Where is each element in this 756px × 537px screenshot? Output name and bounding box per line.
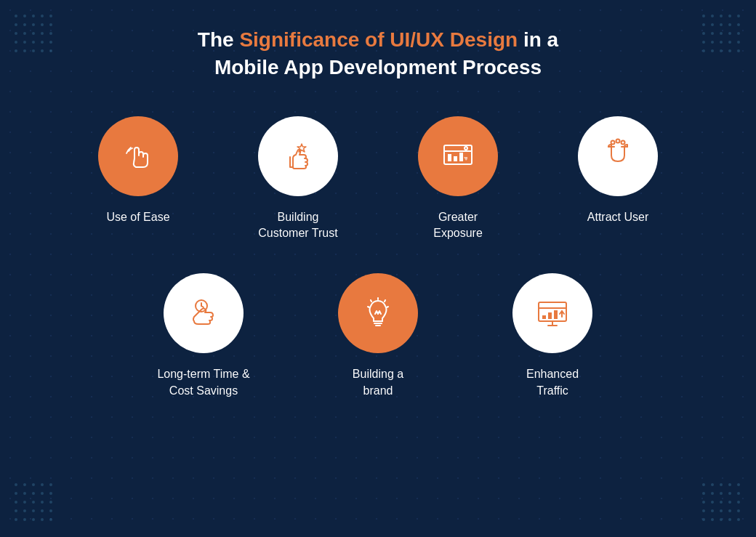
label-use-of-ease: Use of Ease [106, 209, 169, 225]
svg-point-6 [465, 147, 467, 150]
svg-line-21 [387, 307, 388, 307]
label-building-brand: Building abrand [353, 366, 403, 399]
circle-use-of-ease [98, 116, 178, 196]
item-attract-user: Attract User [560, 116, 676, 242]
item-long-term-savings: Long-term Time &Cost Savings [145, 273, 262, 399]
item-building-brand: Building abrand [320, 273, 436, 399]
touch-icon [118, 137, 158, 176]
lightbulb-icon [358, 294, 398, 333]
svg-line-20 [371, 300, 371, 302]
circle-building-brand [338, 273, 418, 353]
label-attract-user: Attract User [587, 209, 648, 225]
bottom-row: Long-term Time &Cost Savings [29, 273, 727, 399]
clock-hand-icon [184, 294, 223, 333]
svg-rect-28 [548, 312, 552, 319]
svg-point-10 [622, 140, 625, 144]
svg-rect-5 [459, 153, 463, 161]
circle-attract-user [578, 116, 658, 196]
svg-point-9 [611, 140, 615, 144]
svg-rect-27 [542, 315, 546, 319]
svg-rect-3 [448, 154, 451, 161]
top-row: Use of Ease BuildingCustomer Trust [29, 116, 727, 242]
item-building-customer-trust: BuildingCustomer Trust [240, 116, 356, 242]
magnet-users-icon [598, 137, 638, 176]
circle-long-term-savings [164, 273, 244, 353]
title-highlight: Significance of UI/UX Design [239, 28, 518, 51]
circle-building-customer-trust [258, 116, 338, 196]
label-building-customer-trust: BuildingCustomer Trust [258, 209, 337, 242]
svg-point-11 [616, 139, 620, 142]
page-title: The Significance of UI/UX Design in a Mo… [198, 26, 558, 81]
monitor-bars-icon [533, 294, 572, 333]
thumbs-up-star-icon [278, 137, 318, 176]
svg-marker-0 [297, 144, 306, 152]
svg-line-22 [368, 307, 369, 307]
svg-line-19 [385, 300, 385, 302]
main-container: The Significance of UI/UX Design in a Mo… [0, 0, 756, 537]
item-use-of-ease: Use of Ease [80, 116, 196, 242]
label-enhanced-traffic: EnhancedTraffic [526, 366, 579, 399]
label-long-term-savings: Long-term Time &Cost Savings [157, 366, 249, 399]
item-enhanced-traffic: EnhancedTraffic [494, 273, 611, 399]
svg-rect-29 [554, 310, 558, 319]
svg-line-14 [201, 306, 204, 307]
item-greater-exposure: GreaterExposure [400, 116, 516, 242]
circle-greater-exposure [418, 116, 498, 196]
label-greater-exposure: GreaterExposure [433, 209, 483, 242]
circle-enhanced-traffic [512, 273, 592, 353]
svg-rect-4 [454, 156, 457, 161]
monitor-chart-icon [438, 137, 478, 176]
